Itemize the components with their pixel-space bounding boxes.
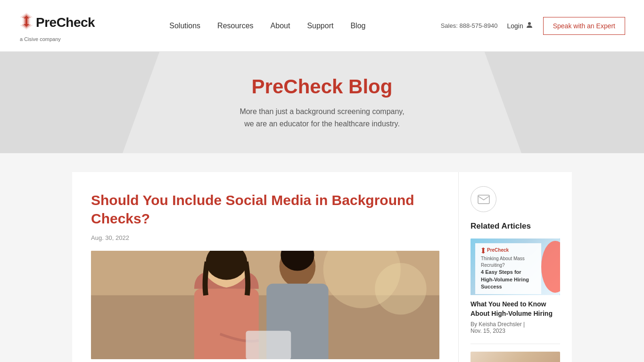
card1-tagline: Thinking About Mass Recruiting?: [481, 255, 536, 269]
svg-rect-16: [478, 195, 489, 204]
nav-about[interactable]: About: [271, 22, 290, 30]
sales-phone: Sales: 888-575-8940: [441, 22, 498, 29]
logo[interactable]: PreCheck: [19, 9, 94, 35]
speak-with-expert-button[interactable]: Speak with an Expert: [543, 17, 625, 35]
hero-subtitle-line1: More than just a background screening co…: [239, 107, 404, 115]
card1-logo-text: PreCheck: [487, 247, 509, 254]
related-card-1-meta: By Keisha Drechsler | Nov. 15, 2023: [471, 321, 560, 334]
article-date: Aug. 30, 2022: [91, 234, 439, 241]
divider: [471, 344, 560, 344]
related-card-1-image: PreCheck Thinking About Mass Recruiting?…: [471, 239, 560, 295]
hero-subtitle-line2: we are an educator for the healthcare in…: [244, 120, 400, 128]
article-image: [91, 251, 439, 359]
related-card-logo: PreCheck: [481, 247, 536, 254]
card1-highlight: 4 Easy Steps for High-Volume Hiring Succ…: [481, 269, 536, 290]
svg-rect-15: [246, 331, 291, 359]
nav-solutions[interactable]: Solutions: [169, 22, 200, 30]
card1-date: Nov. 15, 2023: [471, 328, 505, 334]
content-wrapper: Should You Include Social Media in Backg…: [72, 172, 572, 362]
svg-point-7: [375, 263, 426, 314]
related-card-1-overlay: PreCheck Thinking About Mass Recruiting?…: [475, 243, 541, 294]
header-right: Sales: 888-575-8940 Login Speak with an …: [441, 17, 625, 35]
email-icon: [478, 195, 490, 204]
svg-point-18: [541, 241, 560, 293]
main-content: Should You Include Social Media in Backg…: [63, 172, 581, 362]
logo-text: PreCheck: [36, 16, 95, 29]
related-card-2-thumb: [471, 352, 560, 362]
email-icon-button[interactable]: [471, 186, 496, 212]
related-card-1[interactable]: PreCheck Thinking About Mass Recruiting?…: [471, 239, 560, 334]
article-title[interactable]: Should You Include Social Media in Backg…: [91, 191, 439, 228]
logo-sub: a Cisive company: [19, 36, 61, 42]
login-label: Login: [507, 22, 523, 30]
sidebar: Related Articles PreCheck Thinking About…: [459, 172, 572, 362]
main-nav: Solutions Resources About Support Blog: [169, 22, 365, 30]
svg-marker-17: [481, 247, 485, 254]
hero-subtitle: More than just a background screening co…: [239, 106, 404, 130]
hero-title: PreCheck Blog: [252, 75, 393, 98]
nav-support[interactable]: Support: [307, 22, 333, 30]
card1-author: By Keisha Drechsler |: [471, 321, 525, 328]
article-section: Should You Include Social Media in Backg…: [72, 172, 459, 362]
person-icon: [525, 21, 534, 31]
login-button[interactable]: Login: [507, 21, 533, 31]
hero-section: PreCheck Blog More than just a backgroun…: [0, 52, 644, 153]
logo-chevron-icon: [19, 12, 34, 33]
nav-resources[interactable]: Resources: [217, 22, 253, 30]
related-articles-title: Related Articles: [471, 222, 560, 231]
nav-blog[interactable]: Blog: [350, 22, 365, 30]
related-card-1-title: What You Need to Know About High-Volume …: [471, 300, 560, 318]
svg-point-3: [528, 22, 531, 25]
site-header: PreCheck a Cisive company Solutions Reso…: [0, 0, 644, 52]
logo-area: PreCheck a Cisive company: [19, 9, 94, 42]
